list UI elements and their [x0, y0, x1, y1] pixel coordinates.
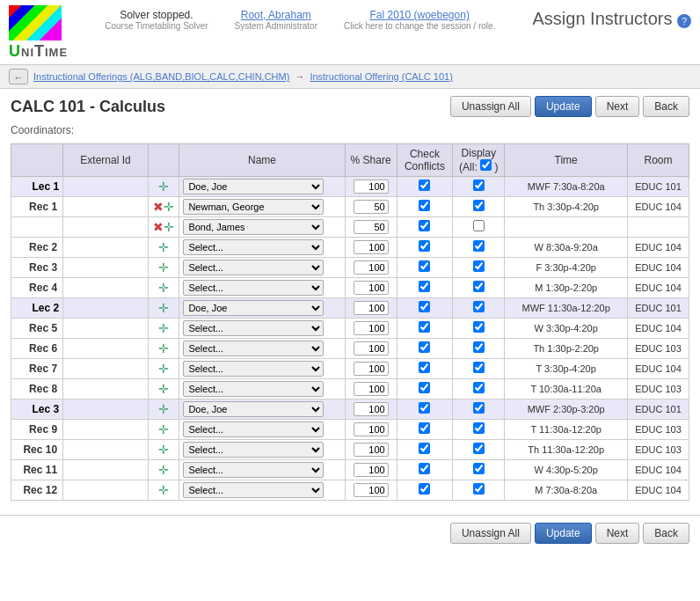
next-button-bottom[interactable]: Next	[595, 523, 640, 544]
check-conflicts-checkbox[interactable]	[419, 443, 430, 454]
add-instructor-icon[interactable]: ✛	[158, 281, 169, 295]
check-conflicts-cell[interactable]	[397, 399, 452, 420]
instructor-select[interactable]: Select...	[183, 482, 324, 498]
instructor-select[interactable]: Select...	[183, 341, 324, 356]
breadcrumb-link-offering[interactable]: Instructional Offering (CALC 101)	[310, 71, 452, 82]
display-checkbox[interactable]	[473, 443, 485, 454]
instructor-name-cell[interactable]: Doe, Joe	[179, 298, 345, 319]
check-conflicts-cell[interactable]	[397, 480, 452, 501]
display-cell[interactable]	[453, 339, 505, 359]
check-conflicts-checkbox[interactable]	[419, 483, 430, 495]
instructor-name-cell[interactable]: Select...	[179, 359, 345, 379]
check-conflicts-checkbox[interactable]	[419, 260, 430, 272]
session-info[interactable]: Fal 2010 (woebegon) Click here to change…	[344, 9, 495, 31]
share-input[interactable]	[354, 443, 389, 457]
check-conflicts-cell[interactable]	[397, 298, 452, 319]
instructor-name-cell[interactable]: Select...	[179, 258, 345, 278]
display-checkbox[interactable]	[473, 463, 485, 474]
instructor-select[interactable]: Newman, George	[183, 199, 324, 215]
display-checkbox[interactable]	[473, 281, 485, 292]
share-cell[interactable]	[345, 217, 397, 238]
display-checkbox[interactable]	[473, 341, 485, 353]
instructor-select[interactable]: Doe, Joe	[183, 300, 324, 316]
unassign-all-button-top[interactable]: Unassign All	[450, 96, 531, 117]
share-input[interactable]	[354, 200, 389, 214]
check-conflicts-checkbox[interactable]	[419, 220, 430, 231]
add-instructor-icon[interactable]: ✛	[164, 200, 174, 214]
check-conflicts-cell[interactable]	[397, 217, 452, 238]
instructor-name-cell[interactable]: Newman, George	[179, 197, 345, 217]
add-instructor-icon[interactable]: ✛	[158, 463, 169, 477]
share-input[interactable]	[354, 362, 389, 376]
display-cell[interactable]	[453, 238, 505, 258]
display-checkbox[interactable]	[473, 301, 485, 312]
display-checkbox[interactable]	[473, 200, 485, 211]
share-cell[interactable]	[345, 339, 397, 359]
display-cell[interactable]	[453, 278, 505, 298]
share-input[interactable]	[354, 321, 389, 335]
check-conflicts-cell[interactable]	[397, 379, 452, 399]
check-conflicts-cell[interactable]	[397, 359, 452, 379]
check-conflicts-cell[interactable]	[397, 440, 452, 460]
display-checkbox[interactable]	[473, 362, 485, 373]
check-conflicts-cell[interactable]	[397, 319, 452, 339]
check-conflicts-checkbox[interactable]	[419, 341, 430, 353]
display-checkbox[interactable]	[473, 260, 485, 272]
check-conflicts-checkbox[interactable]	[419, 382, 430, 393]
instructor-select[interactable]: Doe, Joe	[183, 401, 324, 417]
share-input[interactable]	[354, 240, 389, 254]
display-cell[interactable]	[453, 258, 505, 278]
display-cell[interactable]	[453, 379, 505, 399]
check-conflicts-cell[interactable]	[397, 258, 452, 278]
next-button-top[interactable]: Next	[595, 96, 640, 117]
share-input[interactable]	[354, 483, 389, 497]
instructor-name-cell[interactable]: Select...	[179, 420, 345, 440]
share-cell[interactable]	[345, 399, 397, 420]
add-instructor-icon[interactable]: ✛	[158, 260, 169, 275]
display-checkbox[interactable]	[473, 220, 485, 231]
display-cell[interactable]	[453, 359, 505, 379]
check-conflicts-cell[interactable]	[397, 278, 452, 298]
add-instructor-icon[interactable]: ✛	[158, 402, 169, 416]
instructor-name-cell[interactable]: Select...	[179, 339, 345, 359]
back-button-bottom[interactable]: Back	[643, 523, 689, 544]
instructor-select[interactable]: Select...	[183, 239, 324, 255]
instructor-select[interactable]: Doe, Joe	[183, 179, 324, 194]
instructor-name-cell[interactable]: Bond, James	[179, 217, 345, 238]
share-input[interactable]	[354, 301, 389, 315]
instructor-select[interactable]: Select...	[183, 320, 324, 336]
share-cell[interactable]	[345, 238, 397, 258]
add-instructor-icon[interactable]: ✛	[158, 422, 169, 436]
add-instructor-icon[interactable]: ✛	[158, 321, 169, 335]
display-cell[interactable]	[453, 217, 505, 238]
check-conflicts-cell[interactable]	[397, 197, 452, 217]
share-cell[interactable]	[345, 480, 397, 501]
share-input[interactable]	[354, 180, 389, 194]
check-conflicts-checkbox[interactable]	[419, 321, 430, 333]
display-cell[interactable]	[453, 399, 505, 420]
check-conflicts-cell[interactable]	[397, 460, 452, 480]
instructor-select[interactable]: Select...	[183, 421, 324, 437]
share-input[interactable]	[354, 220, 389, 234]
share-cell[interactable]	[345, 420, 397, 440]
check-conflicts-cell[interactable]	[397, 339, 452, 359]
display-cell[interactable]	[453, 177, 505, 197]
check-conflicts-checkbox[interactable]	[419, 301, 430, 312]
check-conflicts-checkbox[interactable]	[419, 200, 430, 211]
instructor-name-cell[interactable]: Select...	[179, 238, 345, 258]
back-button-top[interactable]: Back	[643, 96, 689, 117]
display-cell[interactable]	[453, 460, 505, 480]
share-input[interactable]	[354, 281, 389, 295]
share-input[interactable]	[354, 402, 389, 416]
share-input[interactable]	[354, 422, 389, 436]
display-cell[interactable]	[453, 420, 505, 440]
instructor-select[interactable]: Bond, James	[183, 219, 324, 235]
add-instructor-icon[interactable]: ✛	[158, 362, 169, 376]
update-button-bottom[interactable]: Update	[535, 523, 592, 544]
instructor-select[interactable]: Select...	[183, 442, 324, 458]
help-icon[interactable]: ?	[677, 14, 691, 28]
display-all-checkbox[interactable]	[480, 159, 492, 171]
share-input[interactable]	[354, 382, 389, 396]
display-checkbox[interactable]	[473, 180, 485, 191]
check-conflicts-cell[interactable]	[397, 420, 452, 440]
